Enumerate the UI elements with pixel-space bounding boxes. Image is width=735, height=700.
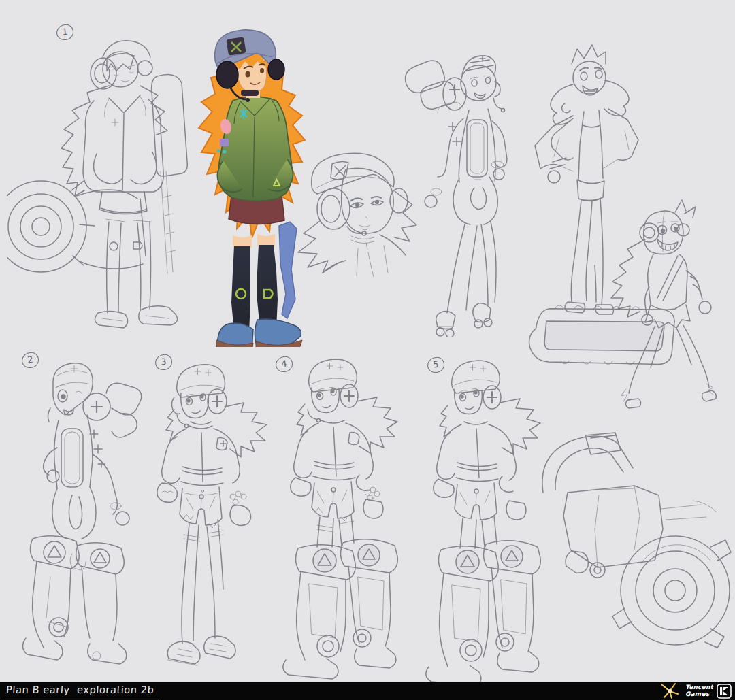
figure-variant-3 [142, 352, 274, 669]
right-boot [255, 319, 301, 346]
figure-gremlin-pose [524, 192, 735, 416]
studio-name: Tencent Games [685, 684, 713, 698]
figure-sketch-1 [7, 27, 218, 347]
caption-bar: Plan B early exploration 2b Tencent Game… [0, 682, 735, 700]
figure-bodysuit-pose [398, 34, 531, 337]
figure-variant-4 [267, 352, 420, 689]
concept-board: 1 2 3 4 5 [0, 0, 735, 700]
headphone-left [216, 61, 238, 88]
branding-lockup: Tencent Games [659, 682, 735, 699]
headphone-right [268, 59, 284, 80]
caption-text: Plan B early exploration 2b [4, 684, 163, 697]
figure-variant-2 [14, 352, 160, 672]
k-monogram-icon [717, 684, 732, 699]
spark-icon [659, 682, 682, 699]
figure-engine-study [532, 427, 735, 682]
choker [241, 90, 259, 96]
